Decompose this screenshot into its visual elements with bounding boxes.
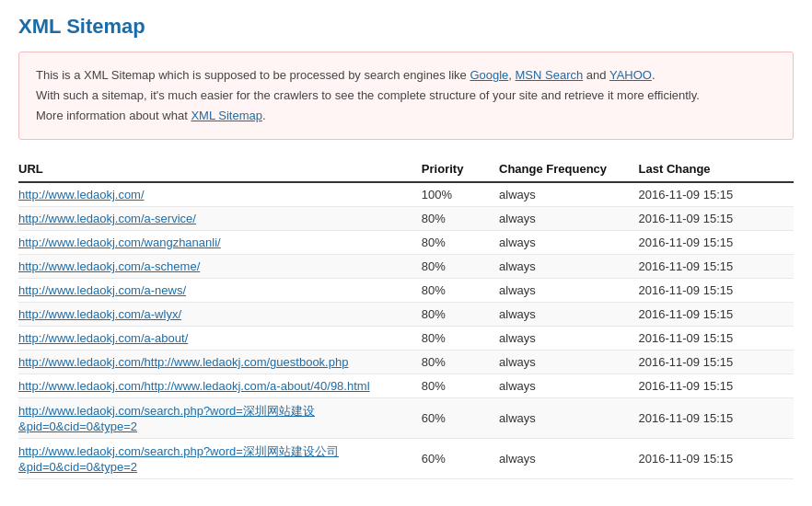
- frequency-cell: always: [499, 351, 639, 374]
- yahoo-link[interactable]: YAHOO: [609, 68, 652, 82]
- url-link[interactable]: http://www.ledaokj.com/a-wlyx/: [18, 307, 181, 321]
- priority-cell: 80%: [422, 255, 499, 279]
- table-row: http://www.ledaokj.com/a-about/80%always…: [18, 327, 794, 351]
- table-row: http://www.ledaokj.com/search.php?word=深…: [18, 398, 794, 439]
- frequency-cell: always: [499, 182, 639, 207]
- lastchange-header: Last Change: [639, 156, 794, 182]
- lastchange-cell: 2016-11-09 15:15: [639, 439, 794, 479]
- table-row: http://www.ledaokj.com/a-news/80%always2…: [18, 279, 794, 303]
- info-line3: More information about what XML Sitemap.: [36, 106, 776, 126]
- url-link[interactable]: http://www.ledaokj.com/http://www.ledaok…: [18, 355, 348, 369]
- table-row: http://www.ledaokj.com/http://www.ledaok…: [18, 351, 794, 374]
- url-cell: http://www.ledaokj.com/a-wlyx/: [18, 303, 422, 327]
- url-link[interactable]: http://www.ledaokj.com/a-about/: [18, 331, 188, 345]
- table-row: http://www.ledaokj.com/a-service/80%alwa…: [18, 207, 794, 231]
- msn-link[interactable]: MSN Search: [516, 68, 584, 82]
- info-line3-post: .: [262, 109, 266, 122]
- frequency-cell: always: [499, 279, 639, 303]
- priority-cell: 80%: [422, 207, 499, 231]
- url-link[interactable]: http://www.ledaokj.com/http://www.ledaok…: [18, 379, 370, 393]
- url-cell: http://www.ledaokj.com/: [18, 182, 422, 207]
- url-cell: http://www.ledaokj.com/a-about/: [18, 327, 422, 351]
- priority-cell: 80%: [422, 303, 499, 327]
- priority-cell: 60%: [422, 439, 499, 479]
- url-cell: http://www.ledaokj.com/search.php?word=深…: [18, 439, 422, 479]
- frequency-cell: always: [499, 231, 639, 255]
- lastchange-cell: 2016-11-09 15:15: [639, 207, 794, 231]
- lastchange-cell: 2016-11-09 15:15: [639, 279, 794, 303]
- table-row: http://www.ledaokj.com/wangzhananli/80%a…: [18, 231, 794, 255]
- priority-cell: 100%: [422, 182, 499, 207]
- frequency-cell: always: [499, 374, 639, 398]
- priority-cell: 80%: [422, 231, 499, 255]
- priority-cell: 80%: [422, 279, 499, 303]
- url-cell: http://www.ledaokj.com/http://www.ledaok…: [18, 351, 422, 374]
- url-cell: http://www.ledaokj.com/a-scheme/: [18, 255, 422, 279]
- page-title: XML Sitemap: [18, 15, 794, 39]
- url-cell: http://www.ledaokj.com/http://www.ledaok…: [18, 374, 422, 398]
- frequency-cell: always: [499, 439, 639, 479]
- lastchange-cell: 2016-11-09 15:15: [639, 231, 794, 255]
- lastchange-cell: 2016-11-09 15:15: [639, 398, 794, 439]
- xml-sitemap-link[interactable]: XML Sitemap: [191, 109, 262, 122]
- frequency-header: Change Frequency: [499, 156, 639, 182]
- url-link[interactable]: http://www.ledaokj.com/a-news/: [18, 283, 186, 297]
- url-cell: http://www.ledaokj.com/wangzhananli/: [18, 231, 422, 255]
- priority-cell: 60%: [422, 398, 499, 439]
- table-row: http://www.ledaokj.com/a-scheme/80%alway…: [18, 255, 794, 279]
- frequency-cell: always: [499, 303, 639, 327]
- info-line2: With such a sitemap, it's much easier fo…: [36, 86, 776, 106]
- sitemap-table: URL Priority Change Frequency Last Chang…: [18, 156, 794, 479]
- url-link[interactable]: http://www.ledaokj.com/search.php?word=深…: [18, 444, 339, 474]
- table-row: http://www.ledaokj.com/a-wlyx/80%always2…: [18, 303, 794, 327]
- priority-header: Priority: [422, 156, 499, 182]
- lastchange-cell: 2016-11-09 15:15: [639, 374, 794, 398]
- url-header: URL: [18, 156, 422, 182]
- frequency-cell: always: [499, 398, 639, 439]
- url-cell: http://www.ledaokj.com/search.php?word=深…: [18, 398, 422, 439]
- url-link[interactable]: http://www.ledaokj.com/a-scheme/: [18, 259, 200, 273]
- priority-cell: 80%: [422, 327, 499, 351]
- table-row: http://www.ledaokj.com/http://www.ledaok…: [18, 374, 794, 398]
- frequency-cell: always: [499, 255, 639, 279]
- info-box: This is a XML Sitemap which is supposed …: [18, 52, 794, 140]
- info-line1: This is a XML Sitemap which is supposed …: [36, 65, 776, 86]
- url-link[interactable]: http://www.ledaokj.com/search.php?word=深…: [18, 404, 315, 433]
- table-header-row: URL Priority Change Frequency Last Chang…: [18, 156, 794, 182]
- info-sep2: and: [583, 68, 609, 82]
- lastchange-cell: 2016-11-09 15:15: [639, 255, 794, 279]
- frequency-cell: always: [499, 327, 639, 351]
- lastchange-cell: 2016-11-09 15:15: [639, 351, 794, 374]
- url-link[interactable]: http://www.ledaokj.com/wangzhananli/: [18, 236, 221, 249]
- table-row: http://www.ledaokj.com/100%always2016-11…: [18, 182, 794, 207]
- frequency-cell: always: [499, 207, 639, 231]
- info-sep1: ,: [508, 68, 515, 82]
- google-link[interactable]: Google: [470, 68, 508, 82]
- lastchange-cell: 2016-11-09 15:15: [639, 303, 794, 327]
- url-cell: http://www.ledaokj.com/a-service/: [18, 207, 422, 231]
- priority-cell: 80%: [422, 351, 499, 374]
- lastchange-cell: 2016-11-09 15:15: [639, 327, 794, 351]
- table-row: http://www.ledaokj.com/search.php?word=深…: [18, 439, 794, 479]
- info-line1-pre: This is a XML Sitemap which is supposed …: [36, 68, 470, 82]
- url-link[interactable]: http://www.ledaokj.com/a-service/: [18, 212, 196, 225]
- info-line1-post: .: [652, 68, 655, 82]
- info-line3-pre: More information about what: [36, 109, 191, 122]
- lastchange-cell: 2016-11-09 15:15: [639, 182, 794, 207]
- url-link[interactable]: http://www.ledaokj.com/: [18, 188, 145, 201]
- url-cell: http://www.ledaokj.com/a-news/: [18, 279, 422, 303]
- priority-cell: 80%: [422, 374, 499, 398]
